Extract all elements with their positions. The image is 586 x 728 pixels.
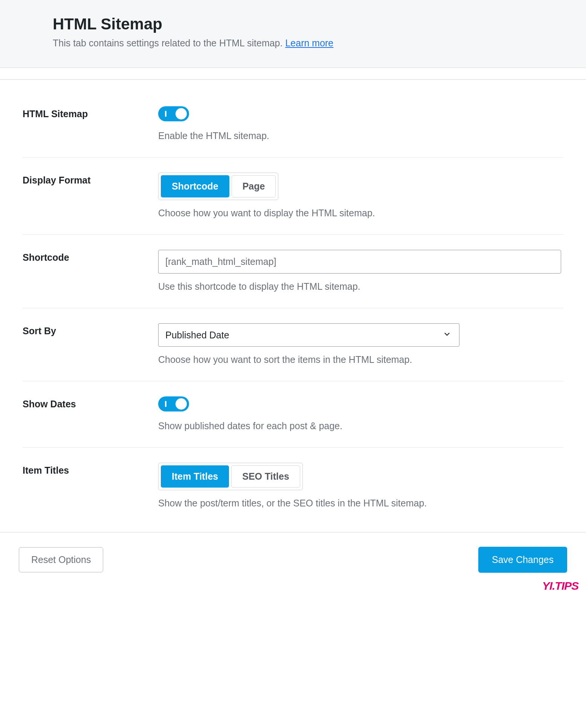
watermark: YI.TIPS xyxy=(542,580,578,592)
toggle-html-sitemap[interactable] xyxy=(158,106,189,121)
description-item-titles: Show the post/term titles, or the SEO ti… xyxy=(158,498,563,509)
display-format-page-button[interactable]: Page xyxy=(232,175,276,197)
description-sort-by: Choose how you want to sort the items in… xyxy=(158,354,563,365)
setting-row-sort-by: Sort By Published Date Choose how you wa… xyxy=(23,308,563,381)
item-titles-option-item-titles-button[interactable]: Item Titles xyxy=(161,465,229,488)
label-show-dates: Show Dates xyxy=(23,396,158,410)
label-shortcode: Shortcode xyxy=(23,250,158,263)
setting-row-html-sitemap: HTML Sitemap Enable the HTML sitemap. xyxy=(23,91,563,158)
description-display-format: Choose how you want to display the HTML … xyxy=(158,208,563,219)
label-html-sitemap: HTML Sitemap xyxy=(23,106,158,119)
description-html-sitemap: Enable the HTML sitemap. xyxy=(158,130,563,141)
setting-row-display-format: Display Format Shortcode Page Choose how… xyxy=(23,158,563,235)
page-header: HTML Sitemap This tab contains settings … xyxy=(0,0,586,68)
toggle-on-indicator-icon xyxy=(165,401,166,407)
display-format-shortcode-button[interactable]: Shortcode xyxy=(161,175,229,197)
segmented-display-format: Shortcode Page xyxy=(158,173,278,200)
setting-row-show-dates: Show Dates Show published dates for each… xyxy=(23,381,563,448)
reset-options-button[interactable]: Reset Options xyxy=(19,547,103,572)
description-show-dates: Show published dates for each post & pag… xyxy=(158,421,563,431)
label-sort-by: Sort By xyxy=(23,323,158,336)
toggle-show-dates[interactable] xyxy=(158,396,189,411)
save-changes-button[interactable]: Save Changes xyxy=(478,547,567,573)
toggle-on-indicator-icon xyxy=(165,111,166,117)
setting-row-shortcode: Shortcode Use this shortcode to display … xyxy=(23,235,563,308)
label-display-format: Display Format xyxy=(23,173,158,186)
settings-panel: HTML Sitemap Enable the HTML sitemap. Di… xyxy=(0,79,586,525)
page-title: HTML Sitemap xyxy=(53,15,571,33)
item-titles-option-seo-titles-button[interactable]: SEO Titles xyxy=(231,465,300,488)
learn-more-link[interactable]: Learn more xyxy=(285,38,333,48)
description-shortcode: Use this shortcode to display the HTML s… xyxy=(158,281,563,292)
footer-bar: Reset Options Save Changes xyxy=(0,532,586,595)
subtitle-text: This tab contains settings related to th… xyxy=(53,38,285,48)
toggle-knob-icon xyxy=(175,398,187,410)
label-item-titles: Item Titles xyxy=(23,463,158,476)
setting-row-item-titles: Item Titles Item Titles SEO Titles Show … xyxy=(23,448,563,525)
page-subtitle: This tab contains settings related to th… xyxy=(53,38,571,49)
toggle-knob-icon xyxy=(175,108,187,119)
segmented-item-titles: Item Titles SEO Titles xyxy=(158,463,303,490)
sort-by-select[interactable]: Published Date xyxy=(158,323,459,347)
shortcode-input[interactable] xyxy=(158,250,561,274)
